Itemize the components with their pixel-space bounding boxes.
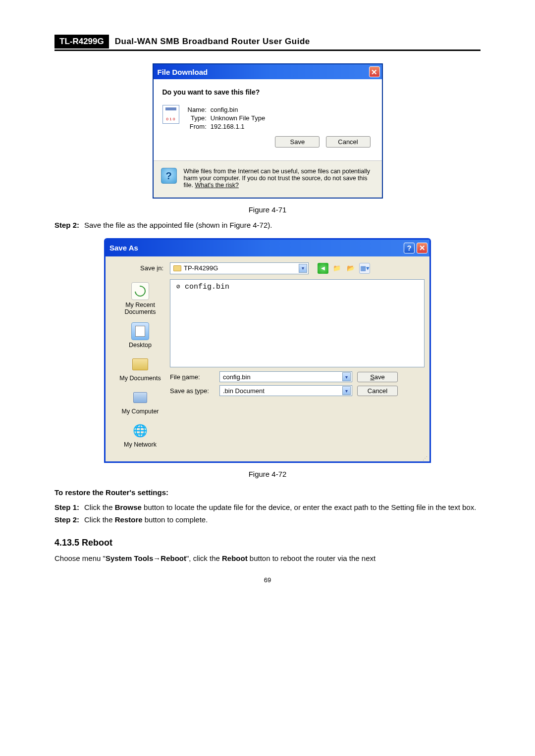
folder-icon: [173, 265, 181, 271]
file-list-pane[interactable]: ⊘ config.bin: [170, 279, 425, 368]
figure-4-71-caption: Figure 4-71: [54, 205, 481, 214]
shortcut-my-documents[interactable]: My Documents: [119, 355, 160, 382]
restore-step-1-label: Step 1:: [54, 502, 79, 513]
shortcut-desktop[interactable]: Desktop: [129, 322, 152, 349]
close-icon[interactable]: ✕: [369, 66, 380, 77]
restore-step-2-text: Click the Restore button to complete.: [84, 514, 481, 525]
shortcut-recent-label: My Recent Documents: [110, 302, 170, 315]
new-folder-icon[interactable]: 📂: [345, 263, 356, 274]
file-item-label: config.bin: [185, 283, 229, 291]
file-download-title: File Download: [158, 68, 208, 76]
help-icon[interactable]: ?: [404, 243, 415, 253]
doc-header: TL-R4299G Dual-WAN SMB Broadband Router …: [54, 35, 481, 51]
from-value: 192.168.1.1: [211, 123, 265, 130]
resize-grip-icon[interactable]: ⋰: [106, 457, 429, 461]
save-button[interactable]: Save: [275, 136, 320, 148]
bin-file-icon: ⊘: [174, 283, 182, 291]
views-icon[interactable]: ▦▾: [359, 263, 370, 274]
cancel-button[interactable]: Cancel: [326, 136, 371, 148]
file-download-warning: ? While files from the Internet can be u…: [154, 160, 382, 198]
save-in-value: TP-R4299G: [184, 264, 218, 272]
save-as-type-combo[interactable]: .bin Document ▾: [219, 385, 352, 396]
file-type-icon: 0 1 0: [162, 105, 179, 124]
restore-heading: To restore the Router's settings:: [54, 487, 481, 498]
shortcut-desktop-label: Desktop: [129, 342, 152, 349]
recent-documents-icon: [131, 282, 149, 300]
from-label: From:: [188, 123, 210, 130]
file-properties: Name: config.bin Type: Unknown File Type…: [187, 105, 267, 131]
file-download-body: Do you want to save this file? 0 1 0 Nam…: [154, 79, 382, 160]
whats-the-risk-link[interactable]: What's the risk?: [195, 182, 239, 189]
file-name-value: config.bin: [223, 373, 251, 381]
reboot-heading: 4.13.5 Reboot: [54, 538, 481, 548]
save-as-type-label: Save as type:: [170, 387, 214, 395]
shortcut-network-label: My Network: [124, 441, 157, 448]
save-as-titlebar[interactable]: Save As ? ✕: [106, 240, 429, 256]
restore-step-2-label: Step 2:: [54, 514, 79, 525]
doc-title: Dual-WAN SMB Broadband Router User Guide: [115, 37, 310, 47]
file-name-input[interactable]: config.bin ▾: [219, 371, 352, 382]
my-computer-icon: [131, 389, 149, 406]
desktop-icon: [131, 322, 149, 340]
name-label: Name:: [188, 106, 210, 113]
save-button[interactable]: Save: [357, 372, 398, 382]
shortcut-docs-label: My Documents: [119, 375, 160, 382]
step-2-label: Step 2:: [54, 220, 79, 231]
back-icon[interactable]: ◄: [318, 263, 328, 274]
page-number: 69: [54, 576, 481, 584]
type-value: Unknown File Type: [211, 114, 265, 122]
shortcut-my-computer[interactable]: My Computer: [121, 389, 159, 415]
cancel-button[interactable]: Cancel: [357, 386, 398, 396]
step-2-text: Save the file as the appointed file (sho…: [84, 220, 481, 231]
file-download-titlebar[interactable]: File Download ✕: [154, 64, 382, 79]
close-icon[interactable]: ✕: [417, 243, 428, 253]
chevron-down-icon[interactable]: ▾: [342, 372, 351, 381]
chevron-down-icon[interactable]: ▾: [299, 264, 307, 273]
save-question: Do you want to save this file?: [162, 88, 373, 96]
my-documents-icon: [131, 355, 149, 373]
my-network-icon: [131, 422, 149, 440]
up-one-level-icon[interactable]: 📁: [331, 263, 342, 274]
shortcut-recent-documents[interactable]: My Recent Documents: [110, 282, 170, 315]
shortcut-my-network[interactable]: My Network: [124, 422, 157, 448]
save-in-label: Save in:: [110, 264, 166, 272]
file-name-label: File name:: [170, 373, 214, 381]
figure-4-72-caption: Figure 4-72: [54, 470, 481, 478]
shortcut-computer-label: My Computer: [121, 408, 159, 415]
restore-step-1-text: Click the Browse button to locate the up…: [84, 502, 481, 513]
file-item-config-bin[interactable]: ⊘ config.bin: [174, 283, 420, 291]
name-value: config.bin: [211, 106, 265, 113]
save-as-title: Save As: [109, 244, 138, 252]
model-label: TL-R4299G: [54, 35, 109, 49]
shortcuts-bar: My Recent Documents Desktop My Documents…: [110, 279, 170, 453]
reboot-paragraph: Choose menu "System Tools→Reboot", click…: [54, 553, 481, 564]
help-shield-icon: ?: [161, 168, 177, 184]
save-as-dialog: Save As ? ✕ Save in: TP-R4299G ▾ ◄ 📁 📂 ▦…: [104, 238, 431, 463]
chevron-down-icon[interactable]: ▾: [342, 386, 351, 395]
save-in-combo[interactable]: TP-R4299G ▾: [170, 262, 309, 274]
type-label: Type:: [188, 114, 210, 122]
save-as-type-value: .bin Document: [223, 387, 265, 395]
file-download-dialog: File Download ✕ Do you want to save this…: [153, 63, 383, 199]
